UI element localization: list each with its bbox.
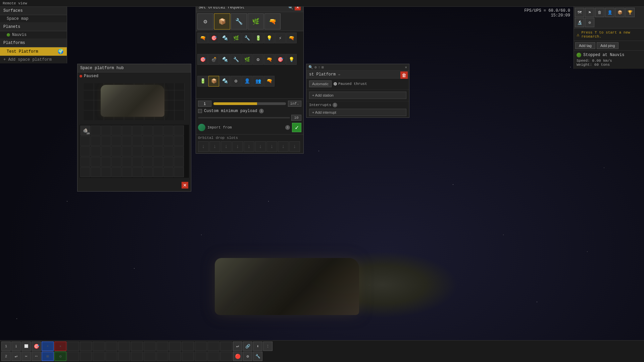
custom-min-checkbox[interactable] bbox=[198, 109, 202, 113]
orbital-item-6[interactable]: 💡 bbox=[264, 33, 275, 43]
hotbar-r2-s3[interactable] bbox=[105, 352, 117, 361]
hotbar-r2-right-0[interactable]: 🔴 bbox=[233, 352, 242, 361]
drop-slot-1[interactable]: ↓ bbox=[209, 141, 220, 152]
inv-slot-8[interactable] bbox=[163, 125, 174, 136]
schedule-search-icon[interactable]: 🔍 bbox=[308, 65, 313, 69]
orbital-item-20[interactable]: 🔩 bbox=[219, 76, 230, 87]
inv-slot-46[interactable] bbox=[143, 167, 153, 177]
custom-min-slider[interactable] bbox=[198, 117, 290, 118]
toolbar-icon-trophy[interactable]: 🏆 bbox=[625, 8, 635, 17]
hotbar-r1-s1[interactable] bbox=[80, 342, 92, 351]
orbital-item-12[interactable]: 🔧 bbox=[231, 54, 241, 65]
orbital-item-5[interactable]: 🔋 bbox=[253, 33, 263, 43]
hotbar-r1-s8[interactable] bbox=[169, 342, 181, 351]
inv-slot-38[interactable] bbox=[163, 157, 174, 167]
import-info-icon[interactable]: i bbox=[285, 125, 290, 130]
cat-tab-weapons[interactable]: ⚙ bbox=[197, 13, 213, 30]
orbital-item-1[interactable]: 🎯 bbox=[208, 33, 219, 43]
hotbar-r1-s4[interactable] bbox=[118, 342, 130, 351]
add-ping-button[interactable]: Add ping bbox=[597, 42, 618, 49]
toolbar-icon-research[interactable]: 🔬 bbox=[575, 18, 584, 27]
inv-slot-40[interactable] bbox=[80, 167, 90, 177]
hub-close-button[interactable]: ✕ bbox=[182, 182, 188, 189]
orbital-item-3[interactable]: 🌿 bbox=[231, 33, 241, 43]
inv-slot-14[interactable] bbox=[122, 136, 132, 146]
hotbar-r2-icon-2[interactable]: ↔ bbox=[32, 352, 41, 361]
toolbar-icon-flag[interactable]: ⚑ bbox=[585, 8, 594, 17]
orbital-item-2[interactable]: 🔩 bbox=[219, 33, 230, 43]
drop-slot-7[interactable]: ↓ bbox=[278, 141, 289, 152]
inv-slot-32[interactable] bbox=[101, 157, 111, 167]
hotbar-icon-square[interactable]: ⬜ bbox=[21, 342, 31, 351]
hotbar-slot-red-0[interactable]: ✕ bbox=[54, 342, 66, 351]
hotbar-r1-s7[interactable] bbox=[156, 342, 168, 351]
drop-slot-0[interactable]: ↓ bbox=[198, 141, 209, 152]
orbital-item-17[interactable]: 💡 bbox=[286, 54, 297, 65]
orbital-item-4[interactable]: 🔧 bbox=[242, 33, 252, 43]
add-tag-button[interactable]: Add tag bbox=[575, 42, 595, 49]
hotbar-r2-s8[interactable] bbox=[169, 352, 181, 361]
inv-slot-15[interactable] bbox=[132, 136, 142, 146]
schedule-close-icon[interactable]: ✕ bbox=[405, 65, 407, 69]
schedule-edit-icon[interactable]: ✏ bbox=[338, 72, 340, 76]
orbital-item-19[interactable]: 📦 bbox=[208, 76, 219, 87]
toolbar-icon-box[interactable]: 📦 bbox=[615, 8, 625, 17]
hotbar-r2-s6[interactable] bbox=[144, 352, 156, 361]
orbital-item-7[interactable]: ⚡ bbox=[275, 33, 286, 43]
hotbar-slot-blue-r2[interactable]: ⊞ bbox=[42, 352, 54, 361]
orbital-item-13[interactable]: 🌿 bbox=[242, 54, 252, 65]
inv-slot-13[interactable] bbox=[111, 136, 121, 146]
schedule-expand-icon[interactable]: ⊞ bbox=[321, 65, 324, 69]
orbital-item-23[interactable]: 👥 bbox=[253, 76, 263, 87]
hotbar-r2-s0[interactable] bbox=[67, 352, 79, 361]
hotbar-r1-s12[interactable] bbox=[220, 342, 232, 351]
inv-slot-3[interactable] bbox=[111, 125, 121, 136]
inv-slot-34[interactable] bbox=[122, 157, 132, 167]
inv-slot-1[interactable] bbox=[91, 125, 101, 136]
hotbar-r2-s10[interactable] bbox=[195, 352, 207, 361]
hotbar-r2-right-1[interactable]: ⚙ bbox=[243, 352, 252, 361]
sidebar-item-test-platform[interactable]: Test Platform 🌍 bbox=[0, 47, 67, 56]
cat-tab-ammo[interactable]: 🔫 bbox=[264, 13, 281, 30]
orbital-item-9[interactable]: 🎯 bbox=[197, 54, 208, 65]
inv-slot-25[interactable] bbox=[132, 146, 142, 156]
orbital-item-22[interactable]: 👤 bbox=[242, 76, 252, 87]
orbital-item-11[interactable]: 🔩 bbox=[219, 54, 230, 65]
inv-slot-27[interactable] bbox=[153, 146, 163, 156]
drop-slot-6[interactable]: ↓ bbox=[266, 141, 277, 152]
orbital-item-21[interactable]: ⚙ bbox=[231, 76, 241, 87]
hotbar-r2-s1[interactable] bbox=[80, 352, 92, 361]
hotbar-r1-s9[interactable] bbox=[182, 342, 194, 351]
inv-slot-6[interactable] bbox=[143, 125, 153, 136]
drop-slot-2[interactable]: ↓ bbox=[221, 141, 232, 152]
hotbar-r2-s5[interactable] bbox=[131, 352, 143, 361]
inv-slot-26[interactable] bbox=[143, 146, 153, 156]
hotbar-r2-icon-0[interactable]: ↩ bbox=[11, 352, 21, 361]
toolbar-icon-trash[interactable]: 🗑 bbox=[595, 8, 604, 17]
inv-slot-42[interactable] bbox=[101, 167, 111, 177]
toolbar-icon-map[interactable]: 🗺 bbox=[575, 8, 584, 17]
inv-slot-23[interactable] bbox=[111, 146, 121, 156]
schedule-delete-button[interactable]: 🗑 bbox=[400, 71, 408, 79]
hotbar-r2-s2[interactable] bbox=[93, 352, 105, 361]
sidebar-item-space-map[interactable]: Space map bbox=[0, 15, 67, 23]
hotbar-r2-s4[interactable] bbox=[118, 352, 130, 361]
drop-slot-5[interactable]: ↓ bbox=[255, 141, 266, 152]
schedule-arrow-icon[interactable]: ↑ bbox=[318, 65, 320, 69]
hotbar-more[interactable]: ⋮ bbox=[263, 342, 273, 351]
hotbar-r1-s11[interactable] bbox=[207, 342, 219, 351]
inv-slot-21[interactable] bbox=[91, 146, 101, 156]
hotbar-icon-info[interactable]: ℹ bbox=[11, 342, 21, 351]
inv-slot-36[interactable] bbox=[143, 157, 153, 167]
inv-slot-12[interactable] bbox=[101, 136, 111, 146]
hotbar-network[interactable]: 🔗 bbox=[243, 342, 252, 351]
cat-tab-other[interactable]: 🌿 bbox=[248, 13, 264, 30]
inv-slot-16[interactable] bbox=[143, 136, 153, 146]
inv-slot-39[interactable] bbox=[174, 157, 184, 167]
inv-slot-0[interactable]: 🪨 10 bbox=[80, 125, 90, 136]
inv-slot-47[interactable] bbox=[153, 167, 163, 177]
hotbar-slot-blue-0[interactable]: + bbox=[42, 342, 54, 351]
orbital-item-14[interactable]: ⚙ bbox=[253, 54, 263, 65]
orbital-item-0[interactable]: 🔫 bbox=[197, 33, 208, 43]
toolbar-icon-extra[interactable]: ⚙ bbox=[585, 18, 594, 27]
